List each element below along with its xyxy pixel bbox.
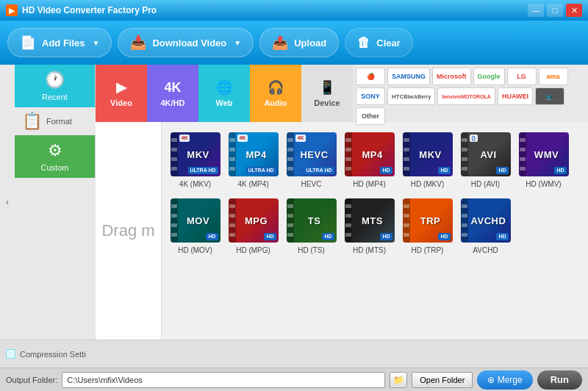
brands-panel: 🍎 SAMSUNG Microsoft Google LG ama SONY H…: [353, 65, 588, 122]
brands-row-2: SONY HTCBlackBerry lenovoMOTOROLA HUAWEI…: [356, 87, 585, 125]
format-label: HD (AVI): [471, 180, 500, 188]
format-item-hevc-2[interactable]: 4KULTRA HDHEVCHEVC: [284, 128, 339, 191]
format-item-mkv-0[interactable]: 4KULTRA HDMKV4K (MKV): [168, 128, 223, 191]
recent-icon: 🕐: [45, 71, 65, 90]
format-item-mkv-4[interactable]: HDMKVHD (MKV): [400, 128, 455, 191]
custom-icon: ⚙: [48, 141, 62, 160]
merge-button[interactable]: ⊕ Merge: [477, 370, 532, 390]
footer-bar: Output Folder: C:\Users\mfix\Videos 📁 Op…: [0, 367, 588, 391]
brand-huawei[interactable]: HUAWEI: [498, 87, 533, 105]
format-label: HD (MKV): [411, 180, 445, 188]
title-bar: ▶ HD Video Converter Factory Pro — □ ✕: [0, 0, 588, 21]
drop-zone: Drag m: [96, 122, 162, 340]
download-icon: 📥: [130, 35, 146, 51]
add-files-button[interactable]: 📄 Add Files ▼: [7, 28, 112, 57]
add-files-icon: 📄: [20, 35, 36, 51]
format-label: HD (MPG): [236, 246, 270, 254]
format-item-trp-11[interactable]: HDTRPHD (TRP): [400, 194, 455, 257]
output-folder-label: Output Folder:: [6, 376, 57, 384]
compression-bar: Compression Setti: [0, 340, 588, 367]
sidebar-collapse-arrow[interactable]: ‹: [0, 65, 15, 340]
brand-lg[interactable]: LG: [507, 68, 537, 85]
format-grid: 4KULTRA HDMKV4K (MKV)4KULTRA HDMP44K (MP…: [162, 122, 588, 340]
brand-samsung[interactable]: SAMSUNG: [387, 68, 430, 85]
format-label: HD (TRP): [412, 246, 444, 254]
brand-google[interactable]: Google: [473, 68, 505, 85]
format-item-ts-9[interactable]: HDTSHD (TS): [284, 194, 339, 257]
format-label: HD (MP4): [353, 180, 385, 188]
window-controls: — □ ✕: [528, 4, 582, 17]
format-item-wmv-6[interactable]: HDWMVHD (WMV): [516, 128, 571, 191]
web-icon: 🌐: [216, 79, 232, 96]
compression-label: Compression Setti: [20, 350, 86, 359]
run-button[interactable]: Run: [537, 370, 582, 390]
download-video-button[interactable]: 📥 Download Video ▼: [118, 28, 254, 57]
tab-custom[interactable]: ⚙ Custom: [15, 135, 96, 178]
tab-video[interactable]: ▶ Video: [96, 65, 147, 122]
format-item-mpg-8[interactable]: HDMPGHD (MPG): [226, 194, 281, 257]
action-bar: 📄 Add Files ▼ 📥 Download Video ▼ 📤 Uploa…: [0, 21, 588, 65]
brand-sony[interactable]: SONY: [356, 87, 385, 105]
tab-audio[interactable]: 🎧 Audio: [250, 65, 301, 122]
brand-apple[interactable]: 🍎: [356, 68, 385, 85]
format-type-tabs: ▶ Video 4K 4K/HD 🌐 Web 🎧 Audio 📱 Device: [96, 65, 588, 122]
main-area: ‹ 🕐 Recent 📋 Format ⚙ Custom ▶ Video 4K …: [0, 65, 588, 340]
brand-microsoft[interactable]: Microsoft: [432, 68, 471, 85]
tab-device[interactable]: 📱 Device: [301, 65, 353, 122]
clear-icon: 🗑: [357, 35, 370, 51]
clear-button[interactable]: 🗑 Clear: [345, 28, 413, 57]
close-button[interactable]: ✕: [566, 4, 582, 17]
format-label: HD (MOV): [178, 246, 212, 254]
format-item-avchd-12[interactable]: HDAVCHDAVCHD: [458, 194, 513, 257]
device-icon: 📱: [319, 79, 335, 96]
tab-format[interactable]: 📋 Format: [15, 107, 96, 135]
format-label: AVCHD: [473, 246, 498, 254]
upload-icon: 📤: [272, 35, 288, 51]
brand-tv[interactable]: 📺: [535, 87, 564, 105]
tab-web[interactable]: 🌐 Web: [198, 65, 250, 122]
format-label: HD (TS): [298, 246, 325, 254]
format-label: HD (WMV): [526, 180, 561, 188]
brand-amazon[interactable]: ama: [539, 68, 568, 85]
compression-checkbox[interactable]: [6, 349, 15, 359]
4k-icon: 4K: [164, 80, 181, 96]
app-title: HD Video Converter Factory Pro: [22, 5, 528, 15]
add-files-dropdown-icon: ▼: [93, 39, 100, 47]
format-label: 4K (MKV): [179, 180, 211, 188]
content-area: Drag m 4KULTRA HDMKV4K (MKV)4KULTRA HDMP…: [96, 122, 588, 340]
format-item-mov-7[interactable]: HDMOVHD (MOV): [168, 194, 223, 257]
minimize-button[interactable]: —: [528, 4, 544, 17]
format-icon: 📋: [22, 112, 42, 131]
format-item-avi-5[interactable]: {}HDAVIHD (AVI): [458, 128, 513, 191]
format-label: HEVC: [301, 180, 322, 188]
brand-htc[interactable]: HTCBlackBerry: [387, 87, 435, 105]
tab-recent[interactable]: 🕐 Recent: [15, 65, 96, 107]
output-folder-path[interactable]: C:\Users\mfix\Videos: [62, 372, 385, 388]
audio-icon: 🎧: [268, 79, 284, 96]
center-panel: ▶ Video 4K 4K/HD 🌐 Web 🎧 Audio 📱 Device: [96, 65, 588, 340]
brand-lenovo[interactable]: lenovoMOTOROLA: [437, 87, 495, 105]
maximize-button[interactable]: □: [547, 4, 563, 17]
tab-4k-hd[interactable]: 4K 4K/HD: [147, 65, 198, 122]
format-item-mts-10[interactable]: HDMTSHD (MTS): [342, 194, 397, 257]
format-item-mp4-1[interactable]: 4KULTRA HDMP44K (MP4): [226, 128, 281, 191]
brands-row-1: 🍎 SAMSUNG Microsoft Google LG ama: [356, 68, 585, 85]
upload-button[interactable]: 📤 Upload: [259, 28, 339, 57]
left-panel: 🕐 Recent 📋 Format ⚙ Custom: [15, 65, 96, 340]
format-label: HD (MTS): [353, 246, 386, 254]
open-folder-button[interactable]: Open Folder: [412, 372, 473, 388]
app-icon: ▶: [6, 4, 18, 16]
browse-folder-button[interactable]: 📁: [390, 372, 407, 388]
format-label: 4K (MP4): [237, 180, 268, 188]
download-dropdown-icon: ▼: [234, 39, 241, 47]
format-item-mp4-3[interactable]: HDMP4HD (MP4): [342, 128, 397, 191]
video-icon: ▶: [116, 79, 126, 96]
